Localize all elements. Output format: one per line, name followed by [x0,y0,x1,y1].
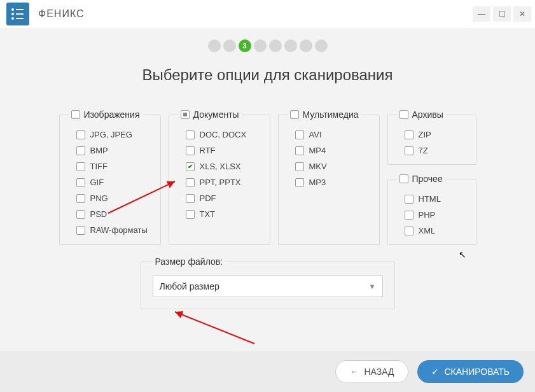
option-label: HTML [419,194,441,204]
close-button[interactable]: ✕ [513,6,531,22]
checkbox[interactable] [76,146,85,155]
option-other-2[interactable]: XML [405,226,467,235]
option-documents-0[interactable]: DOC, DOCX [186,130,261,139]
group-archives-label: Архивы [412,109,443,120]
checkbox[interactable] [186,146,195,155]
option-label: TIFF [90,162,108,171]
checkbox[interactable] [76,162,85,171]
group-other: Прочее HTMLPHPXML [387,174,476,245]
minimize-button[interactable]: — [473,6,490,22]
step-dot: 3 [239,39,251,52]
maximize-button[interactable]: ☐ [493,6,511,22]
option-label: DOC, DOCX [200,130,247,139]
option-label: RAW-форматы [90,225,148,235]
option-label: XLS, XLSX [200,162,241,171]
option-documents-1[interactable]: RTF [186,146,261,155]
option-multimedia-3[interactable]: MP3 [295,178,370,187]
option-other-1[interactable]: PHP [405,210,467,220]
group-documents: Документы DOC, DOCXRTFXLS, XLSXPPT, PPTX… [169,109,270,245]
option-label: PDF [200,193,216,203]
option-multimedia-0[interactable]: AVI [295,130,370,139]
checkbox[interactable] [186,130,195,139]
option-other-0[interactable]: HTML [405,194,467,204]
scan-button[interactable]: ✓ СКАНИРОВАТЬ [417,360,524,383]
group-multimedia-label: Мультимедиа [303,109,359,120]
option-images-0[interactable]: JPG, JPEG [76,130,151,139]
checkbox[interactable] [405,130,413,139]
checkbox[interactable] [295,146,304,155]
option-label: JPG, JPEG [90,130,132,139]
group-images-label: Изображения [84,109,140,120]
check-icon: ✓ [431,367,439,377]
group-archives: Архивы ZIP7Z [387,109,476,165]
filesize-select[interactable]: Любой размер ▼ [153,276,383,297]
step-dot [315,39,328,52]
option-documents-2[interactable]: XLS, XLSX [186,162,261,171]
step-dot [254,39,267,52]
group-other-label: Прочее [412,174,443,184]
checkbox[interactable] [405,211,413,220]
checkbox[interactable] [76,226,85,235]
option-label: MKV [309,162,327,171]
option-documents-3[interactable]: PPT, PPTX [186,178,261,187]
checkbox[interactable] [295,130,304,139]
option-label: PNG [90,193,108,203]
checkbox[interactable] [186,194,195,203]
option-documents-5[interactable]: TXT [186,209,261,219]
option-images-5[interactable]: PSD [76,209,151,219]
chevron-down-icon: ▼ [369,283,376,290]
option-images-6[interactable]: RAW-форматы [76,225,151,235]
filesize-value: Любой размер [160,281,219,291]
group-archives-checkbox[interactable] [400,110,408,119]
checkbox[interactable] [76,210,85,219]
checkbox[interactable] [76,194,85,203]
checkbox[interactable] [76,130,85,139]
checkbox[interactable] [186,210,195,219]
group-images-checkbox[interactable] [71,110,80,119]
option-documents-4[interactable]: PDF [186,193,261,203]
option-label: XML [419,226,436,235]
option-multimedia-1[interactable]: MP4 [295,146,370,155]
option-images-4[interactable]: PNG [76,193,151,203]
option-label: ZIP [419,130,431,139]
step-dot [269,39,282,52]
footer-bar: ← НАЗАД ✓ СКАНИРОВАТЬ [0,351,535,392]
step-indicator: 3 [0,39,535,52]
checkbox[interactable] [186,178,195,187]
step-dot [208,39,221,52]
group-documents-checkbox[interactable] [181,110,190,119]
checkbox[interactable] [405,195,413,204]
option-archives-1[interactable]: 7Z [405,146,467,155]
back-button[interactable]: ← НАЗАД [335,360,408,383]
option-multimedia-2[interactable]: MKV [295,162,370,171]
option-label: 7Z [419,146,428,155]
option-label: TXT [200,209,216,219]
option-label: PHP [419,210,436,220]
option-label: RTF [200,146,216,155]
option-label: PPT, PPTX [200,178,241,187]
app-title: ФЕНИКС [38,8,85,20]
step-dot [223,39,236,52]
filesize-group: Размер файлов: Любой размер ▼ [141,256,395,309]
title-bar: ФЕНИКС — ☐ ✕ [0,0,535,28]
checkbox[interactable] [186,162,195,171]
checkbox[interactable] [76,178,85,187]
group-multimedia-checkbox[interactable] [290,110,299,119]
step-dot [284,39,297,52]
group-multimedia: Мультимедиа AVIMP4MKVMP3 [278,109,380,245]
group-other-checkbox[interactable] [400,174,408,183]
page-title: Выберите опции для сканирования [0,66,535,84]
checkbox[interactable] [295,162,304,171]
option-archives-0[interactable]: ZIP [405,130,467,139]
option-images-2[interactable]: TIFF [76,162,151,171]
arrow-left-icon: ← [350,367,359,377]
back-label: НАЗАД [364,367,394,377]
group-documents-label: Документы [193,109,239,120]
option-label: MP4 [309,146,326,155]
checkbox[interactable] [405,146,413,155]
option-images-1[interactable]: BMP [76,146,151,155]
checkbox[interactable] [405,227,413,235]
option-images-3[interactable]: GIF [76,178,151,187]
scan-label: СКАНИРОВАТЬ [444,367,510,377]
checkbox[interactable] [295,178,304,187]
